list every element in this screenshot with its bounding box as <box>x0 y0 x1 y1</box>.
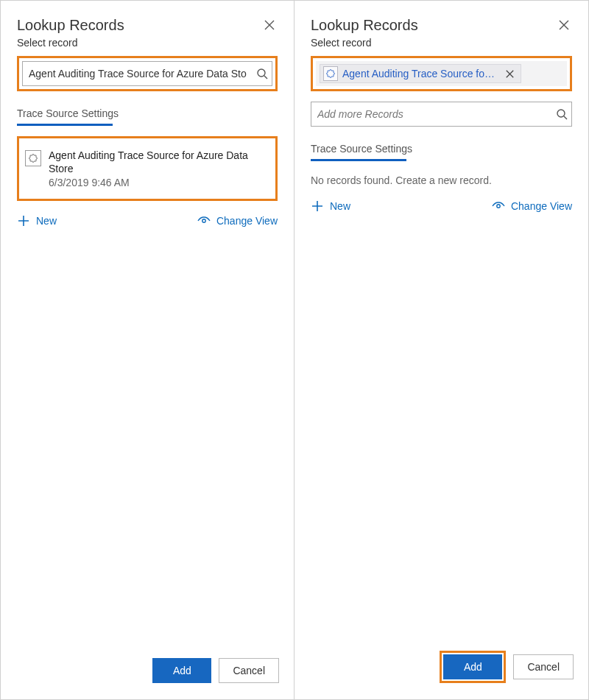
close-icon <box>559 20 569 30</box>
result-title: Agent Auditing Trace Source for Azure Da… <box>49 149 267 175</box>
record-type-icon <box>25 150 41 166</box>
close-button[interactable] <box>261 17 278 33</box>
change-view-label: Change View <box>511 200 572 212</box>
close-icon <box>264 20 275 30</box>
result-card[interactable]: Agent Auditing Trace Source for Azure Da… <box>22 141 272 196</box>
change-view-button[interactable]: Change View <box>492 200 572 212</box>
dialog-title: Lookup Records <box>311 17 418 34</box>
new-label: New <box>330 200 350 212</box>
dialog-title: Lookup Records <box>17 17 124 34</box>
svg-point-2 <box>202 219 205 222</box>
selected-record-pill[interactable]: Agent Auditing Trace Source for ... <box>320 64 521 83</box>
annotation-highlight-add: Add <box>440 651 506 683</box>
search-icon <box>556 108 568 120</box>
lookup-dialog-right: Lookup Records Select record Agent Audit… <box>294 0 589 700</box>
new-record-button[interactable]: New <box>17 214 57 227</box>
plus-icon <box>17 214 30 227</box>
annotation-highlight-search <box>17 56 278 91</box>
change-view-button[interactable]: Change View <box>197 215 278 227</box>
selected-records-area: Agent Auditing Trace Source for ... <box>316 61 567 86</box>
search-input[interactable] <box>311 102 572 127</box>
svg-point-0 <box>258 69 265 77</box>
search-button[interactable] <box>556 108 568 120</box>
eye-icon <box>492 202 505 211</box>
dialog-header: Lookup Records Select record <box>294 1 588 56</box>
svg-point-3 <box>557 110 565 117</box>
eye-icon <box>197 216 211 225</box>
svg-line-4 <box>564 116 567 119</box>
close-button[interactable] <box>556 17 572 33</box>
add-button[interactable]: Add <box>443 654 502 679</box>
empty-state-message: No records found. Create a new record. <box>311 174 572 186</box>
search-field-wrap <box>22 61 272 86</box>
dialog-subtitle: Select record <box>17 37 124 49</box>
dialog-header: Lookup Records Select record <box>1 1 294 56</box>
record-type-icon <box>323 66 338 81</box>
section-title: Trace Source Settings <box>311 143 572 158</box>
puzzle-icon <box>29 154 38 163</box>
annotation-highlight-result: Agent Auditing Trace Source for Azure Da… <box>17 136 278 201</box>
annotation-highlight-pill: Agent Auditing Trace Source for ... <box>311 56 572 91</box>
svg-line-1 <box>264 76 267 79</box>
search-input[interactable] <box>22 61 272 86</box>
dialog-subtitle: Select record <box>311 37 418 49</box>
dialog-footer: Add Cancel <box>294 640 588 699</box>
section-underline <box>17 124 113 126</box>
change-view-label: Change View <box>216 215 278 227</box>
dialog-footer: Add Cancel <box>1 648 294 699</box>
new-label: New <box>36 215 57 227</box>
section-title: Trace Source Settings <box>17 107 278 122</box>
svg-point-5 <box>497 205 500 208</box>
result-timestamp: 6/3/2019 9:46 AM <box>49 177 267 188</box>
cancel-button[interactable]: Cancel <box>219 658 279 683</box>
lookup-dialog-left: Lookup Records Select record Trace Sourc… <box>0 0 294 700</box>
search-icon <box>256 68 268 79</box>
remove-icon <box>506 70 514 78</box>
add-button[interactable]: Add <box>152 658 211 683</box>
search-button[interactable] <box>256 68 268 79</box>
plus-icon <box>311 199 324 213</box>
pill-label: Agent Auditing Trace Source for ... <box>342 68 497 79</box>
puzzle-icon <box>326 69 335 78</box>
cancel-button[interactable]: Cancel <box>513 654 574 679</box>
new-record-button[interactable]: New <box>311 199 350 213</box>
pill-remove-button[interactable] <box>501 66 518 82</box>
section-underline <box>311 159 406 161</box>
search-field-wrap <box>311 102 572 127</box>
